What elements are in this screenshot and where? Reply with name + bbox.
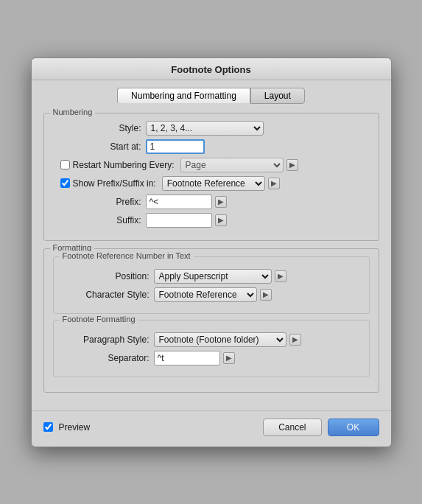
char-style-row: Character Style: Footnote Reference ▶ [61, 287, 362, 302]
restart-numbering-checkbox[interactable] [60, 160, 70, 169]
para-style-row: Paragraph Style: Footnote (Footone folde… [61, 332, 362, 347]
dialog-titlebar: Footnote Options [32, 58, 391, 80]
dialog-footer: Preview Cancel OK [32, 410, 391, 447]
prefix-input[interactable] [146, 195, 212, 209]
show-prefix-arrow[interactable]: ▶ [268, 178, 280, 189]
tabs-row: Numbering and Formatting Layout [32, 80, 391, 104]
suffix-input[interactable] [146, 213, 212, 228]
start-at-input[interactable] [146, 139, 205, 154]
suffix-arrow[interactable]: ▶ [215, 214, 227, 226]
char-style-select[interactable]: Footnote Reference [154, 287, 257, 302]
dialog-body: Numbering Style: 1, 2, 3, 4... Start at:… [32, 104, 391, 410]
suffix-row: Suffix: ▶ [53, 213, 370, 228]
show-prefix-select[interactable]: Footnote Reference [162, 176, 265, 191]
show-prefix-row: Show Prefix/Suffix in: Footnote Referenc… [53, 176, 370, 191]
footer-right: Cancel OK [263, 419, 379, 436]
show-prefix-checkbox[interactable] [60, 178, 70, 188]
restart-numbering-row: Restart Numbering Every: Page ▶ [53, 158, 370, 172]
style-row: Style: 1, 2, 3, 4... [53, 121, 370, 136]
formatting-group: Formatting Footnote Reference Number in … [43, 248, 379, 393]
dialog-window: Footnote Options Numbering and Formattin… [31, 57, 392, 447]
prefix-row: Prefix: ▶ [53, 195, 370, 209]
restart-numbering-label: Restart Numbering Every: [73, 160, 175, 170]
tab-numbering-formatting[interactable]: Numbering and Formatting [117, 88, 250, 104]
dialog-title: Footnote Options [171, 64, 250, 75]
suffix-label: Suffix: [53, 215, 141, 225]
separator-arrow[interactable]: ▶ [223, 352, 235, 364]
separator-row: Separator: ▶ [61, 351, 362, 365]
start-at-row: Start at: [53, 139, 370, 154]
fn-formatting-label: Footnote Formatting [60, 315, 138, 323]
para-style-select[interactable]: Footnote (Footone folder) [154, 332, 286, 347]
position-select[interactable]: Apply Superscript [154, 269, 272, 284]
prefix-arrow[interactable]: ▶ [215, 196, 227, 208]
style-label: Style: [53, 123, 141, 133]
show-prefix-label: Show Prefix/Suffix in: [73, 178, 156, 189]
numbering-group-label: Numbering [50, 108, 96, 116]
style-select[interactable]: 1, 2, 3, 4... [146, 121, 264, 136]
fn-formatting-group: Footnote Formatting Paragraph Style: Foo… [53, 320, 370, 377]
separator-label: Separator: [61, 353, 150, 363]
prefix-label: Prefix: [53, 197, 141, 207]
fn-ref-number-group: Footnote Reference Number in Text Positi… [53, 256, 370, 314]
tab-layout[interactable]: Layout [250, 88, 305, 104]
position-row: Position: Apply Superscript ▶ [61, 269, 362, 284]
separator-input[interactable] [154, 351, 220, 365]
footer-left: Preview [43, 422, 264, 433]
ok-button[interactable]: OK [328, 419, 379, 436]
preview-checkbox[interactable] [43, 422, 53, 432]
start-at-label: Start at: [53, 141, 141, 152]
position-label: Position: [61, 271, 150, 281]
para-style-arrow[interactable]: ▶ [289, 334, 301, 346]
numbering-group: Numbering Style: 1, 2, 3, 4... Start at:… [43, 113, 379, 241]
cancel-button[interactable]: Cancel [263, 419, 321, 436]
char-style-arrow[interactable]: ▶ [260, 289, 272, 301]
restart-numbering-arrow[interactable]: ▶ [286, 159, 298, 171]
char-style-label: Character Style: [61, 290, 150, 300]
restart-numbering-select[interactable]: Page [180, 158, 284, 172]
preview-label: Preview [59, 422, 91, 433]
position-arrow[interactable]: ▶ [275, 270, 286, 282]
fn-ref-number-label: Footnote Reference Number in Text [60, 251, 194, 260]
para-style-label: Paragraph Style: [61, 335, 150, 345]
